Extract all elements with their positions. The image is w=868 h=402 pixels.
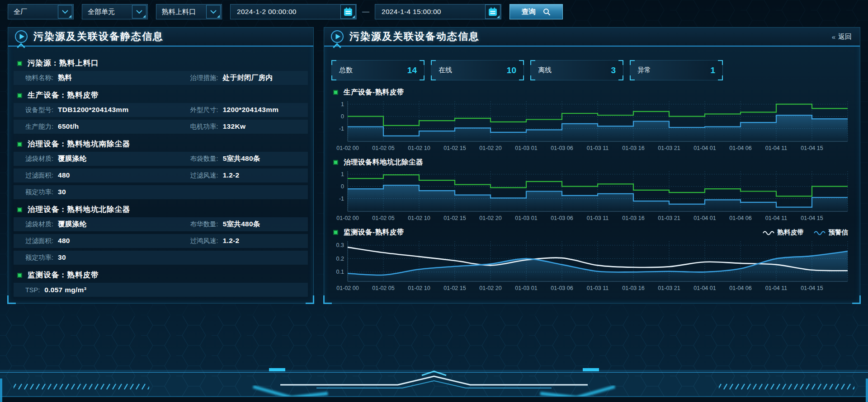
legend-label: 预警信 [829,228,849,237]
svg-text:01-03 11: 01-03 11 [587,145,609,151]
info-label: 布袋数量: [190,154,218,163]
info-label: 布华数量: [190,220,218,229]
stat-value: 14 [407,65,417,75]
info-row: 生产能力:650t/h电机功率:132Kw [14,120,308,134]
calendar-icon[interactable] [485,5,500,19]
info-label: 生产能力: [25,122,53,131]
corner-bracket [630,75,635,80]
unit-select[interactable]: 全部单元 [82,4,148,19]
info-label: 额定功率: [25,188,53,196]
svg-text:01-04 15: 01-04 15 [801,285,823,291]
stat-label: 总数 [339,66,353,75]
dynamic-panel-title: 污染源及关联设备动态信息 [349,30,480,43]
svg-text:01-03 01: 01-03 01 [515,285,537,291]
chart-title-row: 治理设备料地坑北除尘器 [333,158,854,167]
svg-text:01-02 05: 01-02 05 [372,145,394,151]
static-info-list: 污染源：熟料上料口物料名称:熟料治理措施:处于封闭厂房内生产设备：熟料皮带设备型… [8,47,313,297]
search-icon [543,8,551,16]
svg-text:01-03 01: 01-03 01 [515,145,537,151]
date-from-input[interactable]: 2024-1-2 00:00:00 [230,4,357,19]
date-to-input[interactable]: 2024-1-4 15:00:00 [375,4,501,19]
chevron-down-icon[interactable] [132,5,146,19]
chart-block: 监测设备-熟料皮带熟料皮带预警信0.30.20.101-02 0001-02 0… [331,228,854,293]
info-cell: 额定功率:30 [14,188,190,196]
chart-canvas: 0.30.20.101-02 0001-02 0501-02 1001-02 1… [331,240,851,293]
info-value: TDB1200*204143mm [58,106,128,114]
svg-text:01-02 20: 01-02 20 [479,285,501,291]
corner-bracket [519,60,524,65]
date-range-separator: — [362,8,369,16]
info-row: 额定功率:30 [14,185,308,199]
pollution-source-select[interactable]: 熟料上料口 [156,4,222,19]
green-square-icon [17,273,22,278]
svg-text:01-02 00: 01-02 00 [336,285,359,291]
info-label: 滤袋材质: [25,220,53,229]
green-square-icon [333,230,338,235]
legend-item[interactable]: 预警信 [814,228,849,237]
svg-text:0: 0 [341,113,344,120]
pollution-source-select-value: 熟料上料口 [162,8,196,16]
corner-bracket [718,75,723,80]
chart-canvas: 10-101-02 0001-02 0501-02 1001-02 1501-0… [331,170,851,223]
info-cell: 生产能力:650t/h [14,122,190,131]
info-cell: 过滤面积:480 [14,237,190,245]
legend-item[interactable]: 熟料皮带 [763,228,804,237]
info-row: 滤袋材质:覆膜涤纶布袋数量:5室共480条 [14,152,308,166]
svg-text:01-03 11: 01-03 11 [587,215,609,221]
section-header-row: 生产设备：熟料皮带 [17,90,308,100]
chart-block: 治理设备料地坑北除尘器10-101-02 0001-02 0501-02 100… [331,158,854,223]
static-panel-header: 污染源及关联设备静态信息 [8,28,313,47]
info-label: 过滤面积: [25,237,53,245]
info-label: 滤袋材质: [25,154,53,163]
stat-value: 3 [611,65,616,75]
svg-text:01-03 21: 01-03 21 [658,285,680,291]
svg-text:01-04 15: 01-04 15 [801,145,823,151]
corner-bracket [519,75,524,80]
svg-text:1: 1 [341,101,344,108]
svg-text:0.2: 0.2 [336,256,344,262]
svg-text:01-02 00: 01-02 00 [336,215,359,221]
green-square-icon [333,90,338,95]
svg-text:01-03 06: 01-03 06 [551,145,573,151]
svg-text:01-04 01: 01-04 01 [693,285,716,291]
info-value: 1.2-2 [223,171,240,179]
info-value: 熟料 [58,73,72,83]
chevron-down-icon[interactable] [206,5,221,19]
svg-text:01-02 15: 01-02 15 [443,215,466,221]
stat-value: 1 [710,65,715,75]
svg-text:01-02 15: 01-02 15 [443,285,466,291]
static-info-panel: 污染源及关联设备静态信息 污染源：熟料上料口物料名称:熟料治理措施:处于封闭厂房… [8,27,314,304]
info-label: 外型尺寸: [190,106,218,114]
corner-bracket [431,60,436,65]
back-button[interactable]: « 返回 [826,28,857,46]
svg-text:01-02 00: 01-02 00 [336,145,359,151]
stats-row: 总数14在线10离线3异常1 [331,60,854,80]
stat-card: 异常1 [630,60,723,80]
svg-text:01-04 01: 01-04 01 [693,215,716,221]
info-label: 电机功率: [190,122,218,131]
info-cell: 治理措施:处于封闭厂房内 [190,73,308,83]
info-cell: 过滤风速:1.2-2 [190,171,308,180]
info-cell: 额定功率:30 [14,253,190,262]
dynamic-info-panel: 污染源及关联设备动态信息 « 返回 总数14在线10离线3异常1 生产设备-熟料… [324,27,860,304]
svg-text:-1: -1 [339,196,344,202]
corner-bracket [530,60,535,65]
info-cell: 布华数量:5室共480条 [190,220,308,229]
corner-bracket [331,75,336,80]
info-cell: 物料名称:熟料 [14,73,190,83]
play-icon [14,30,28,43]
green-square-icon [17,142,22,147]
search-button[interactable]: 查询 [509,4,563,19]
chart-legend: 熟料皮带预警信 [763,228,849,237]
section-title: 治理设备：熟料地坑南除尘器 [28,139,131,149]
chevron-down-icon[interactable] [58,5,72,19]
section-header-row: 监测设备：熟料皮带 [17,270,308,280]
info-label: 过滤面积: [25,171,53,180]
info-row: 设备型号:TDB1200*204143mm外型尺寸:1200*204143mm [14,103,308,117]
svg-text:01-02 10: 01-02 10 [408,145,430,151]
plant-select[interactable]: 全厂 [8,4,74,19]
calendar-icon[interactable] [340,5,356,19]
info-value: 1.2-2 [223,237,240,245]
svg-text:01-02 20: 01-02 20 [479,215,501,221]
back-chevrons-icon: « [832,33,835,41]
